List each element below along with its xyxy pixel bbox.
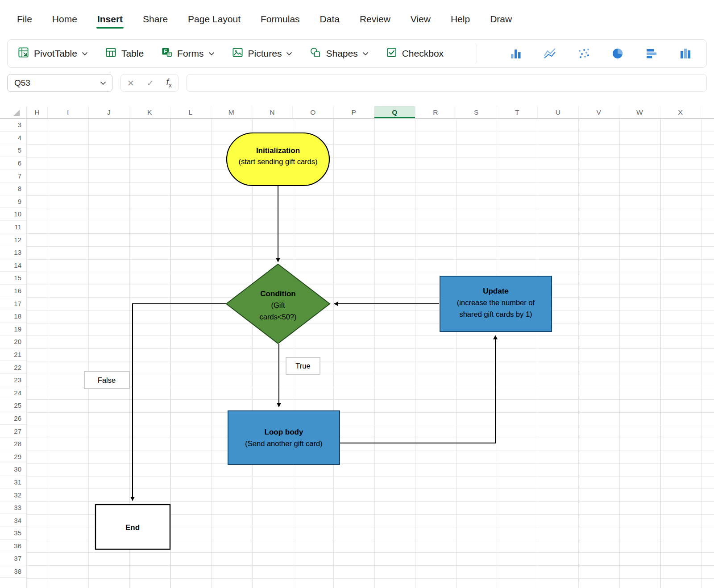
chart-insert-group — [494, 47, 697, 60]
row-header-5[interactable]: 5 — [0, 144, 26, 157]
row-header-column: 3456789101112131415161718192021222324252… — [0, 119, 27, 588]
row-header-27[interactable]: 27 — [0, 425, 26, 438]
column-header-H[interactable]: H — [27, 106, 48, 118]
table-button[interactable]: Table — [105, 46, 144, 61]
column-header-Q[interactable]: Q — [374, 106, 415, 118]
formula-bar: Q53 ✕ ✓ fx — [7, 74, 707, 92]
column-header-R[interactable]: R — [415, 106, 457, 118]
row-header-15[interactable]: 15 — [0, 272, 26, 285]
row-header-16[interactable]: 16 — [0, 285, 26, 298]
menu-view[interactable]: View — [411, 14, 431, 25]
menu-home[interactable]: Home — [52, 14, 77, 25]
row-header-33[interactable]: 33 — [0, 501, 26, 514]
column-header-L[interactable]: L — [170, 106, 212, 118]
column-header-I[interactable]: I — [48, 106, 89, 118]
row-header-6[interactable]: 6 — [0, 157, 26, 170]
menu-review[interactable]: Review — [360, 14, 390, 25]
row-header-13[interactable]: 13 — [0, 246, 26, 259]
menu-formulas[interactable]: Formulas — [261, 14, 300, 25]
row-header-25[interactable]: 25 — [0, 399, 26, 412]
pictures-label: Pictures — [248, 48, 282, 59]
column-header-X[interactable]: X — [660, 106, 702, 118]
row-header-20[interactable]: 20 — [0, 335, 26, 348]
menu-draw[interactable]: Draw — [490, 14, 512, 25]
column-header-N[interactable]: N — [252, 106, 293, 118]
row-header-32[interactable]: 32 — [0, 489, 26, 501]
column-header-S[interactable]: S — [456, 106, 497, 118]
select-all-button[interactable] — [13, 110, 20, 116]
menu-share[interactable]: Share — [143, 14, 168, 25]
cancel-icon[interactable]: ✕ — [127, 78, 134, 88]
row-header-4[interactable]: 4 — [0, 132, 26, 145]
menu-data[interactable]: Data — [320, 14, 340, 25]
row-header-36[interactable]: 36 — [0, 540, 26, 553]
column-header-K[interactable]: K — [129, 106, 170, 118]
column-header-row: HIJKLMNOPQRSTUVWX — [27, 106, 714, 119]
shapes-button[interactable]: Shapes — [309, 46, 368, 61]
row-header-26[interactable]: 26 — [0, 412, 26, 425]
bar-chart-icon[interactable] — [645, 47, 658, 60]
row-header-37[interactable]: 37 — [0, 552, 26, 565]
row-header-34[interactable]: 34 — [0, 514, 26, 527]
column-chart-icon[interactable] — [509, 47, 523, 60]
row-header-11[interactable]: 11 — [0, 221, 26, 234]
row-header-10[interactable]: 10 — [0, 208, 26, 221]
row-header-30[interactable]: 30 — [0, 463, 26, 476]
column-header-V[interactable]: V — [579, 106, 620, 118]
row-header-17[interactable]: 17 — [0, 297, 26, 310]
pivottable-label: PivotTable — [34, 48, 77, 59]
name-box[interactable]: Q53 — [7, 74, 112, 92]
row-header-31[interactable]: 31 — [0, 476, 26, 489]
row-header-29[interactable]: 29 — [0, 450, 26, 463]
pictures-button[interactable]: Pictures — [232, 46, 293, 61]
menu-help[interactable]: Help — [451, 14, 470, 25]
enter-icon[interactable]: ✓ — [147, 78, 154, 88]
row-header-21[interactable]: 21 — [0, 348, 26, 361]
shapes-label: Shapes — [326, 48, 357, 59]
table-label: Table — [121, 48, 144, 59]
menu-file[interactable]: File — [17, 14, 32, 25]
row-header-35[interactable]: 35 — [0, 527, 26, 540]
column-header-P[interactable]: P — [334, 106, 375, 118]
ribbon-toolbar: PivotTable Table F — [7, 39, 707, 68]
name-box-value: Q53 — [14, 78, 30, 88]
row-header-14[interactable]: 14 — [0, 259, 26, 272]
row-header-22[interactable]: 22 — [0, 361, 26, 374]
column-header-M[interactable]: M — [211, 106, 252, 118]
row-header-19[interactable]: 19 — [0, 323, 26, 336]
column-header-W[interactable]: W — [619, 106, 660, 118]
menu-insert[interactable]: Insert — [97, 14, 123, 25]
checkbox-button[interactable]: Checkbox — [386, 46, 444, 61]
chevron-down-icon[interactable] — [100, 81, 106, 85]
ribbon-divider — [477, 44, 477, 63]
pictures-icon — [232, 46, 244, 61]
row-header-23[interactable]: 23 — [0, 374, 26, 387]
row-header-7[interactable]: 7 — [0, 170, 26, 182]
forms-label: Forms — [177, 48, 204, 59]
line-chart-icon[interactable] — [543, 47, 556, 60]
svg-text:F: F — [164, 48, 167, 54]
column-header-U[interactable]: U — [538, 106, 579, 118]
histogram-chart-icon[interactable] — [679, 47, 692, 60]
formula-input[interactable] — [187, 74, 707, 92]
scatter-chart-icon[interactable] — [577, 47, 590, 60]
column-header-T[interactable]: T — [497, 106, 538, 118]
pie-chart-icon[interactable] — [611, 47, 624, 60]
forms-button[interactable]: F Forms — [161, 46, 215, 61]
row-header-38[interactable]: 38 — [0, 565, 26, 578]
row-header-18[interactable]: 18 — [0, 310, 26, 323]
row-header-28[interactable]: 28 — [0, 438, 26, 451]
column-header-O[interactable]: O — [293, 106, 334, 118]
menu-page-layout[interactable]: Page Layout — [188, 14, 241, 25]
row-header-24[interactable]: 24 — [0, 386, 26, 399]
row-header-3[interactable]: 3 — [0, 119, 26, 132]
insert-function-icon[interactable]: fx — [166, 77, 172, 89]
menu-bar: File Home Insert Share Page Layout Formu… — [0, 0, 714, 38]
column-header-J[interactable]: J — [89, 106, 130, 118]
row-header-8[interactable]: 8 — [0, 182, 26, 195]
chevron-down-icon — [82, 52, 88, 56]
pivottable-button[interactable]: PivotTable — [17, 46, 88, 61]
row-header-9[interactable]: 9 — [0, 195, 26, 208]
row-header-12[interactable]: 12 — [0, 233, 26, 246]
cells-area[interactable] — [27, 119, 714, 588]
